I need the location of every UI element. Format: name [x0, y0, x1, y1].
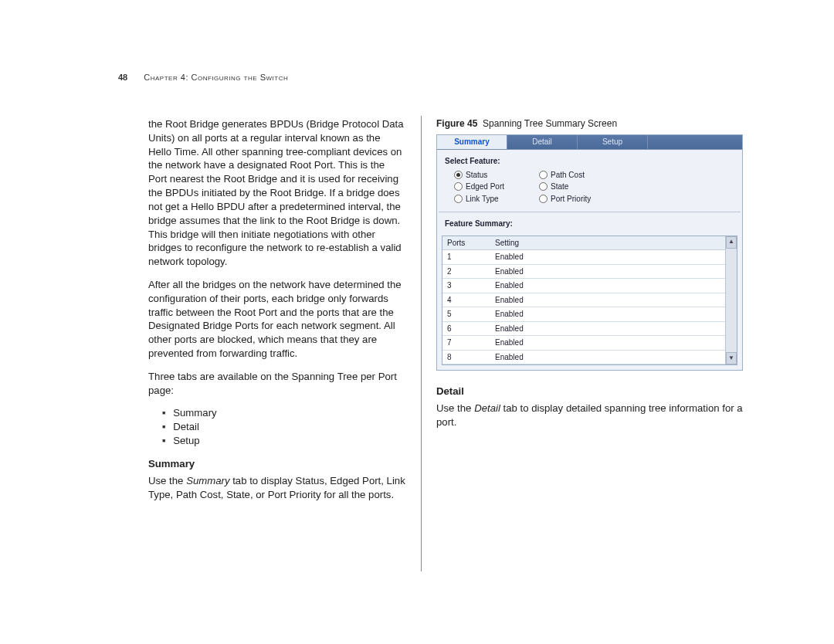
col-ports: Ports	[442, 236, 490, 250]
left-column: the Root Bridge generates BPDUs (Bridge …	[148, 117, 406, 510]
paragraph: Use the Summary tab to display Status, E…	[148, 474, 406, 502]
list-item: Setup	[162, 434, 406, 448]
figure-caption: Figure 45 Spanning Tree Summary Screen	[436, 117, 745, 130]
radio-path-cost[interactable]: Path Cost	[539, 170, 624, 181]
chapter-title: Chapter 4: Configuring the Switch	[144, 73, 288, 82]
table-row: 8Enabled	[442, 350, 725, 364]
tab-setup[interactable]: Setup	[578, 135, 648, 149]
tab-summary[interactable]: Summary	[437, 135, 507, 149]
select-feature-label: Select Feature:	[445, 156, 734, 167]
table-row: 6Enabled	[442, 321, 725, 336]
table-row: 2Enabled	[442, 264, 725, 279]
heading-summary: Summary	[148, 457, 406, 471]
tab-list: Summary Detail Setup	[148, 406, 406, 447]
tab-bar: Summary Detail Setup	[437, 135, 742, 150]
table-row: 3Enabled	[442, 279, 725, 293]
feature-summary-label: Feature Summary:	[445, 219, 734, 229]
table-row: 7Enabled	[442, 336, 725, 351]
scroll-down-icon[interactable]: ▼	[726, 352, 737, 364]
table-row: 5Enabled	[442, 307, 725, 322]
column-divider	[421, 116, 422, 571]
paragraph: Three tabs are available on the Spanning…	[148, 370, 406, 398]
tab-detail[interactable]: Detail	[507, 135, 578, 149]
table-row: 4Enabled	[442, 293, 725, 307]
radio-link-type[interactable]: Link Type	[454, 194, 539, 205]
paragraph: After all the bridges on the network hav…	[148, 278, 406, 361]
list-item: Summary	[162, 406, 406, 420]
paragraph: the Root Bridge generates BPDUs (Bridge …	[148, 117, 406, 269]
right-column: Figure 45 Spanning Tree Summary Screen S…	[436, 117, 745, 437]
page-number: 48	[118, 73, 127, 82]
feature-summary-table: Ports Setting 1Enabled 2Enabled 3Enabled…	[442, 236, 737, 366]
screenshot-panel: Summary Detail Setup Select Feature: Sta…	[436, 134, 743, 371]
radio-state[interactable]: State	[539, 181, 624, 192]
scrollbar[interactable]: ▲ ▼	[725, 236, 737, 365]
radio-port-priority[interactable]: Port Priority	[539, 194, 624, 205]
col-setting: Setting	[490, 236, 725, 250]
paragraph: Use the Detail tab to display detailed s…	[436, 402, 745, 429]
scroll-up-icon[interactable]: ▲	[726, 236, 737, 249]
radio-edged-port[interactable]: Edged Port	[454, 181, 539, 192]
table-row: 1Enabled	[442, 250, 725, 265]
radio-status[interactable]: Status	[454, 170, 539, 181]
list-item: Detail	[162, 420, 406, 434]
heading-detail: Detail	[436, 385, 745, 398]
page-header: 48 Chapter 4: Configuring the Switch	[118, 73, 288, 82]
